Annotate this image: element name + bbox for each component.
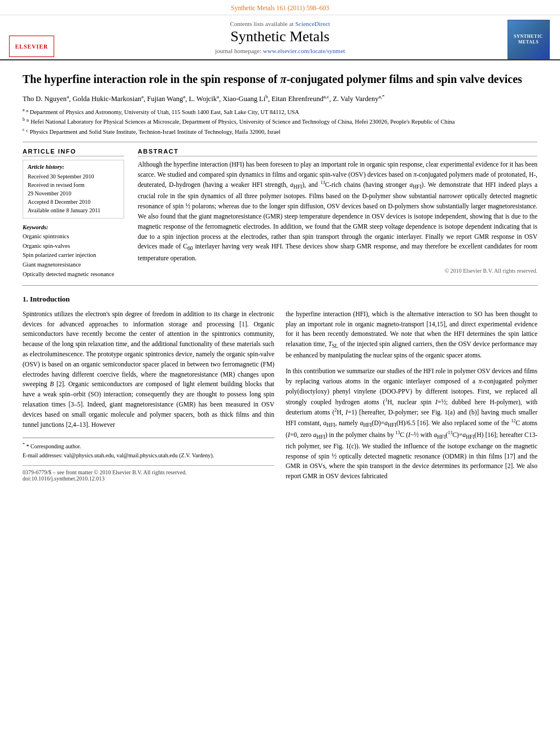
keyword-4: Giant magnetoresistance: [23, 260, 124, 270]
doi-line: doi:10.1016/j.synthmet.2010.12.013: [23, 475, 274, 482]
bottom-bar: 0379-6779/$ – see front matter © 2010 El…: [23, 465, 274, 482]
revised-label: Received in revised form: [28, 181, 119, 189]
footnote-email-line: E-mail addresses: val@physics.utah.edu, …: [23, 451, 274, 460]
article-info-column: ARTICLE INFO Article history: Received 3…: [23, 148, 124, 279]
abstract-text: Although the hyperfine interaction (HFI)…: [138, 160, 537, 264]
top-bar: Synthetic Metals 161 (2011) 598–603: [0, 0, 560, 15]
issn-line: 0379-6779/$ – see front matter © 2010 El…: [23, 469, 274, 475]
footnote-area: * * Corresponding author. E-mail address…: [23, 438, 274, 459]
contents-line: Contents lists available at ScienceDirec…: [230, 20, 330, 27]
keywords-label: Keywords:: [23, 224, 124, 230]
affiliation-b: b ᵇ Hefei National Laboratory for Physic…: [23, 116, 537, 126]
journal-reference: Synthetic Metals 161 (2011) 598–603: [231, 5, 329, 11]
footnote-star-line: * * Corresponding author.: [23, 442, 274, 451]
body-col-right: the hyperfine interaction (HFI), which i…: [286, 309, 537, 482]
abstract-heading: ABSTRACT: [138, 148, 537, 156]
authors-line: Tho D. Nguyena, Golda Hukic-Markosiana, …: [23, 94, 537, 103]
keyword-3: Spin polarized carrier injection: [23, 251, 124, 260]
rule-after-affiliations: [23, 142, 537, 142]
received-row: Received 30 September 2010: [28, 172, 119, 181]
section1-title: 1. Introduction: [23, 295, 537, 304]
intro-text-left: Spintronics utilizes the electron's spin…: [23, 309, 274, 430]
keyword-2: Organic spin-valves: [23, 242, 124, 251]
sciencedirect-link[interactable]: ScienceDirect: [295, 20, 330, 27]
accepted-row: Accepted 8 December 2010: [28, 198, 119, 206]
keyword-1: Organic spintronics: [23, 232, 124, 242]
article-info-heading: ARTICLE INFO: [23, 148, 124, 156]
available-row: Available online 8 January 2011: [28, 206, 119, 215]
article-info-abstract: ARTICLE INFO Article history: Received 3…: [23, 148, 537, 279]
intro-text-right-2: In this contribution we summarize our st…: [286, 366, 537, 482]
article-main: The hyperfine interaction role in the sp…: [0, 60, 560, 493]
page: Synthetic Metals 161 (2011) 598–603 ELSE…: [0, 0, 560, 747]
header-left: ELSEVIER: [9, 20, 54, 59]
article-history-box: Article history: Received 30 September 2…: [23, 160, 124, 219]
affiliation-c: c ᶜ Physics Department and Solid State I…: [23, 126, 537, 136]
header-section: ELSEVIER Contents lists available at Sci…: [0, 15, 560, 60]
header-right: SYNTHETIC METALS: [506, 20, 551, 59]
journal-logo-box: SYNTHETIC METALS: [508, 20, 550, 59]
affiliation-a: a ᵃ Department of Physics and Astronomy,…: [23, 107, 537, 116]
intro-text-right: the hyperfine interaction (HFI), which i…: [286, 309, 537, 361]
journal-homepage-link[interactable]: www.elsevier.com/locate/synmet: [263, 47, 345, 54]
keyword-5: Optically detected magnetic resonance: [23, 270, 124, 279]
copyright-line: © 2010 Elsevier B.V. All rights reserved…: [138, 268, 537, 274]
affiliations: a ᵃ Department of Physics and Astronomy,…: [23, 107, 537, 136]
body-col-left: Spintronics utilizes the electron's spin…: [23, 309, 274, 482]
abstract-column: ABSTRACT Although the hyperfine interact…: [138, 148, 537, 279]
journal-homepage: journal homepage: www.elsevier.com/locat…: [215, 47, 345, 54]
elsevier-logo: ELSEVIER: [9, 36, 54, 57]
keywords-box: Keywords: Organic spintronics Organic sp…: [23, 224, 124, 279]
rule-after-abstract: [23, 285, 537, 286]
body-two-col: Spintronics utilizes the electron's spin…: [23, 309, 537, 482]
article-history-label: Article history:: [28, 164, 119, 170]
header-center: Contents lists available at ScienceDirec…: [60, 20, 500, 59]
article-title: The hyperfine interaction role in the sp…: [23, 72, 537, 87]
journal-title: Synthetic Metals: [230, 28, 329, 45]
revised-date: 29 November 2010: [28, 189, 119, 198]
